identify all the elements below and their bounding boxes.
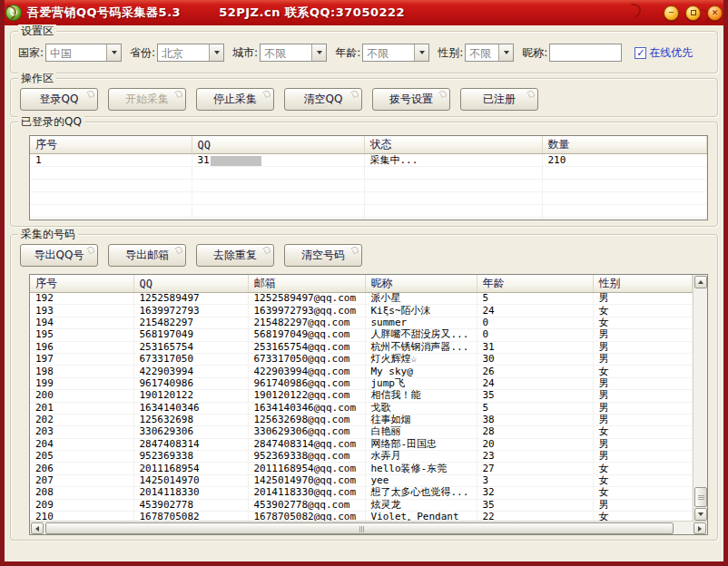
- export-qq-button[interactable]: 导出QQ号: [20, 244, 98, 267]
- collected-numbers-group: 采集的号码 导出QQ号 导出邮箱 去除重复 清空号码 序号QQ邮箱昵称年龄性别1…: [10, 234, 718, 541]
- scroll-left-button[interactable]: [31, 522, 44, 534]
- cell-nickname: 派小星: [365, 293, 477, 305]
- table-row[interactable]: 199961740986961740986@qq.comjump飞24男: [30, 377, 693, 389]
- age-value: 不限: [363, 44, 414, 61]
- table-row[interactable]: 205952369338952369338@qq.com水弄月23男: [30, 451, 693, 463]
- cell-email: 330629306@qq.com: [248, 426, 365, 438]
- gender-label: 性别:: [438, 45, 463, 61]
- collected-numbers-group-label: 采集的号码: [18, 228, 78, 240]
- scroll-right-button[interactable]: [694, 522, 706, 534]
- swirl-ornament-icon: [349, 90, 360, 101]
- online-first-checkbox[interactable]: ✓: [635, 47, 646, 59]
- combo-dropdown-button[interactable]: [106, 44, 121, 61]
- export-email-button[interactable]: 导出邮箱: [108, 244, 186, 267]
- column-header[interactable]: 序号: [30, 275, 133, 293]
- horizontal-scroll-thumb[interactable]: [45, 522, 674, 534]
- arrow-down-icon: [698, 512, 703, 516]
- app-window: ↻ 吾爱营销QQ号码采集器5.3 52PJZ.cn 联系QQ:37050222 …: [0, 0, 728, 566]
- table-row[interactable]: 20820141183302014118330@qq.com想了太多心也觉得..…: [30, 487, 693, 499]
- column-header[interactable]: 状态: [364, 136, 542, 154]
- stop-collect-button[interactable]: 停止采集: [196, 88, 274, 111]
- close-button[interactable]: ✕: [707, 5, 723, 21]
- city-label: 城市:: [232, 45, 258, 61]
- start-collect-button[interactable]: 开始采集: [108, 88, 186, 111]
- collected-button-row: 导出QQ号 导出邮箱 去除重复 清空号码: [20, 244, 362, 267]
- login-qq-button[interactable]: 登录QQ: [20, 88, 98, 111]
- horizontal-scrollbar[interactable]: [30, 521, 707, 534]
- cell-qq: 1425014970: [133, 474, 248, 486]
- table-row[interactable]: 20620111689542011168954@qq.comhello装修-东莞…: [30, 463, 693, 474]
- column-header[interactable]: 昵称: [365, 275, 477, 293]
- cell-qq: 1639972793: [133, 305, 248, 317]
- cell-email: 2011168954@qq.com: [248, 463, 365, 474]
- vertical-scrollbar[interactable]: [693, 275, 707, 522]
- cell-nickname: 水弄月: [365, 451, 477, 463]
- clear-qq-button[interactable]: 清空QQ: [284, 88, 362, 111]
- cell-index: 195: [30, 329, 133, 341]
- table-row[interactable]: 195568197049568197049@qq.com人胖嘴不甜没房又...0…: [30, 329, 693, 341]
- table-row[interactable]: 203330629306330629306@qq.com白艳丽28女: [30, 426, 693, 438]
- combo-dropdown-button[interactable]: [498, 44, 513, 61]
- column-header[interactable]: 性别: [593, 275, 693, 293]
- column-header[interactable]: 数量: [542, 136, 707, 154]
- table-row[interactable]: 19316399727931639972793@qq.comKiξs~陌小沫24…: [30, 305, 693, 317]
- dial-settings-button[interactable]: 拨号设置: [372, 88, 450, 111]
- table-row[interactable]: 198422903994422903994@qq.comMy sky@26女: [30, 366, 693, 377]
- column-header[interactable]: 序号: [30, 136, 192, 154]
- table-row[interactable]: 131采集中...210: [30, 154, 707, 167]
- table-row[interactable]: 197673317050673317050@qq.com灯火辉煌☆30男: [30, 353, 693, 365]
- country-value: 中国: [46, 44, 106, 61]
- collected-numbers-table: 序号QQ邮箱昵称年龄性别19212525894971252589497@qq.c…: [29, 274, 708, 535]
- settings-group: 设置区 国家: 中国 省份: 北京 城市: 不限 年龄:: [10, 31, 718, 73]
- table-row[interactable]: 209453902778453902778@qq.com炫灵龙35男: [30, 499, 693, 511]
- cell-qq: 1634140346: [133, 402, 248, 414]
- cell-index: 198: [30, 366, 133, 377]
- table-row[interactable]: 19212525894971252589497@qq.com派小星5男: [30, 293, 693, 305]
- combo-dropdown-button[interactable]: [414, 44, 428, 61]
- age-select[interactable]: 不限: [362, 44, 429, 62]
- table-row[interactable]: 20116341403461634140346@qq.com戈歌5男: [30, 402, 693, 414]
- scroll-up-button[interactable]: [694, 276, 707, 288]
- chevron-down-icon: [214, 51, 220, 54]
- swirl-ornament-icon: [261, 90, 272, 101]
- cell-nickname: 戈歌: [365, 402, 477, 414]
- table-row[interactable]: 202125632698125632698@qq.com往事如烟38男: [30, 414, 693, 425]
- registered-button[interactable]: 已注册: [460, 88, 538, 111]
- cell-qq: 253165754: [133, 341, 248, 353]
- cell-index: 200: [30, 390, 133, 402]
- table-row[interactable]: 20428474083142847408314@qq.com网络部-田国忠20男: [30, 438, 693, 450]
- cell-age: 0: [477, 329, 593, 341]
- cell-email: 2014118330@qq.com: [248, 487, 365, 499]
- minimize-button[interactable]: ─: [664, 5, 679, 21]
- column-header[interactable]: 年龄: [477, 275, 593, 293]
- table-row[interactable]: 20714250149701425014970@qq.comyee3女: [30, 474, 693, 486]
- cell-nickname: 相信我！能: [365, 390, 477, 402]
- table-row[interactable]: 196253165754253165754@qq.com杭州不锈钢消声器...3…: [30, 341, 693, 353]
- cell-gender: 女: [593, 366, 693, 377]
- country-select[interactable]: 中国: [45, 44, 122, 62]
- swirl-ornament-icon: [261, 246, 272, 257]
- province-select[interactable]: 北京: [157, 44, 224, 62]
- title-bar[interactable]: ↻ 吾爱营销QQ号码采集器5.3 52PJZ.cn 联系QQ:37050222 …: [0, 0, 728, 25]
- cell-index: 203: [30, 426, 133, 438]
- maximize-button[interactable]: [685, 5, 701, 21]
- city-select[interactable]: 不限: [260, 44, 327, 62]
- vertical-scroll-thumb[interactable]: [694, 487, 707, 507]
- scroll-down-button[interactable]: [694, 508, 707, 521]
- dedupe-button[interactable]: 去除重复: [196, 244, 274, 267]
- gender-select[interactable]: 不限: [465, 44, 514, 62]
- table-row[interactable]: 200190120122190120122@qq.com相信我！能35男: [30, 390, 693, 402]
- column-header[interactable]: QQ: [192, 136, 364, 154]
- column-header[interactable]: QQ: [133, 275, 248, 293]
- cell-email: 568197049@qq.com: [248, 329, 365, 341]
- logged-qq-table: 序号QQ状态数量131采集中...210: [29, 135, 708, 220]
- combo-dropdown-button[interactable]: [311, 44, 326, 61]
- combo-dropdown-button[interactable]: [209, 44, 223, 61]
- nickname-input[interactable]: [549, 44, 622, 62]
- button-label: 开始采集: [125, 92, 169, 107]
- cell-nickname: 网络部-田国忠: [365, 438, 477, 450]
- cell-gender: 男: [593, 451, 693, 463]
- table-row[interactable]: 194215482297215482297@qq.comsummer0女: [30, 317, 693, 328]
- clear-numbers-button[interactable]: 清空号码: [284, 244, 362, 267]
- column-header[interactable]: 邮箱: [248, 275, 365, 293]
